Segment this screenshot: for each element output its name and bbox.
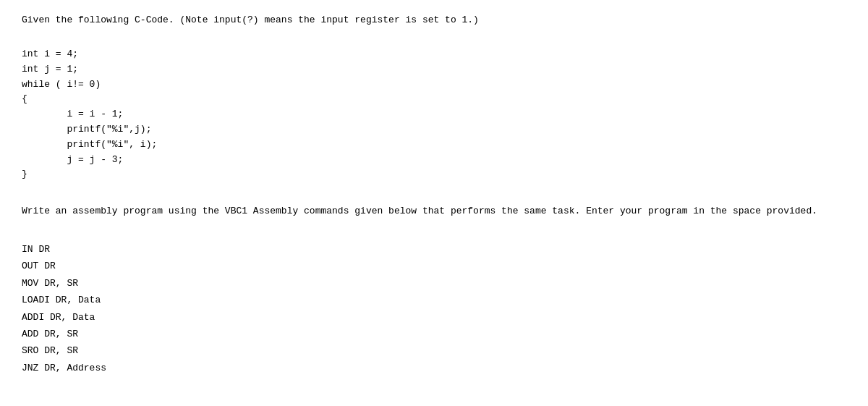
- assembly-cmd-3: MOV DR, SR: [22, 275, 846, 292]
- intro-text: Given the following C-Code. (Note input(…: [22, 14, 846, 25]
- assembly-commands-block: IN DR OUT DR MOV DR, SR LOADI DR, Data A…: [22, 241, 846, 376]
- assembly-cmd-7: SRO DR, SR: [22, 342, 846, 359]
- code-line-7: printf("%i", i);: [22, 138, 846, 153]
- code-line-3: while ( i!= 0): [22, 77, 846, 93]
- code-line-8: j = j - 3;: [22, 153, 846, 168]
- assembly-cmd-1: IN DR: [22, 241, 846, 258]
- assembly-cmd-6: ADD DR, SR: [22, 326, 846, 342]
- description-text: Write an assembly program using the VBC1…: [22, 204, 846, 219]
- assembly-cmd-2: OUT DR: [22, 258, 846, 274]
- assembly-cmd-4: LOADI DR, Data: [22, 292, 846, 308]
- assembly-cmd-5: ADDI DR, Data: [22, 309, 846, 326]
- code-line-4: {: [22, 92, 846, 107]
- code-line-1: int i = 4;: [22, 47, 846, 62]
- code-line-5: i = i - 1;: [22, 107, 846, 122]
- code-block: int i = 4; int j = 1; while ( i!= 0) { i…: [22, 47, 846, 182]
- assembly-cmd-8: JNZ DR, Address: [22, 360, 846, 376]
- code-line-6: printf("%i",j);: [22, 122, 846, 138]
- code-line-9: }: [22, 167, 846, 182]
- code-line-2: int j = 1;: [22, 62, 846, 77]
